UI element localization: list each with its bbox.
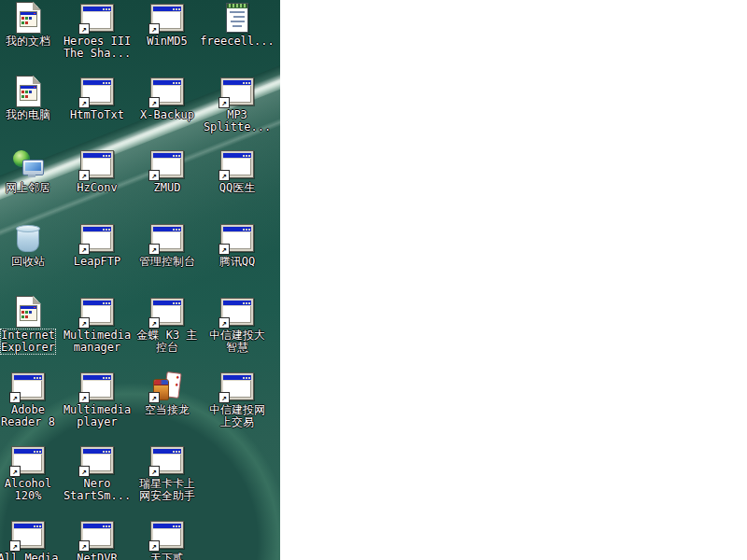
desktop-icon[interactable]: ♦♦↗空当接龙 <box>133 371 202 416</box>
desktop-icon-label: WinMD5 <box>147 35 187 48</box>
desktop-icon[interactable]: ↗X-Backup <box>133 76 202 121</box>
shortcut-arrow-icon: ↗ <box>78 170 90 181</box>
mini-window <box>20 85 37 101</box>
shortcut-arrow-icon: ↗ <box>9 540 21 552</box>
icon-art: ↗ <box>203 371 272 402</box>
empty-area <box>280 0 747 560</box>
desktop-icon-label: 回收站 <box>11 256 45 268</box>
desktop-icon-label: Nero StartSm... <box>63 478 131 502</box>
window-titlebar <box>83 449 111 454</box>
desktop-icon[interactable]: ↗Alcohol 120% <box>0 444 63 502</box>
shortcut-arrow-icon: ↗ <box>78 23 90 35</box>
mini-window-titlebar <box>21 86 36 89</box>
shortcut-arrow-icon: ↗ <box>148 466 160 477</box>
window-titlebar <box>153 227 181 231</box>
window-titlebar <box>83 80 111 85</box>
shortcut-arrow-icon: ↗ <box>148 540 160 552</box>
shortcut-arrow-icon: ↗ <box>78 392 90 403</box>
desktop-icon-label: Alcohol 120% <box>5 478 52 502</box>
icon-art: ↗ <box>133 222 202 254</box>
icon-art <box>0 2 63 34</box>
shortcut-arrow-icon: ↗ <box>148 170 160 181</box>
network-places-icon <box>12 150 44 178</box>
desktop-icon-label: ZMUD <box>154 182 181 194</box>
desktop-icon[interactable]: ↗Heroes III The Sha... <box>63 2 132 60</box>
mini-window <box>20 305 37 321</box>
icon-art: ↗ <box>0 371 63 402</box>
window-titlebar <box>83 227 111 231</box>
shortcut-arrow-icon: ↗ <box>9 466 21 477</box>
desktop-icon[interactable]: ↗Adobe Reader 8 <box>0 371 63 428</box>
window-titlebar <box>223 375 251 380</box>
icon-art: ↗ <box>203 76 272 107</box>
icon-art: ↗ <box>63 371 132 402</box>
desktop-icon-label: 空当接龙 <box>145 404 190 416</box>
desktop-icon[interactable]: 网上邻居 <box>0 148 63 194</box>
screen: 我的文档↗Heroes III The Sha...↗WinMD5freecel… <box>0 0 747 560</box>
desktop-icon[interactable]: ↗Multimedia manager <box>63 296 132 354</box>
icon-art: ↗ <box>0 444 63 476</box>
desktop-icon[interactable]: ↗腾讯QQ <box>203 222 272 268</box>
desktop-icon[interactable]: freecell... <box>203 2 272 48</box>
desktop-icon[interactable]: 回收站 <box>0 222 63 268</box>
desktop-icon[interactable]: 我的电脑 <box>0 76 63 121</box>
window-titlebar <box>14 375 42 380</box>
desktop-icon-label: 网上邻居 <box>6 182 50 194</box>
desktop-icon-label: All Media <box>0 553 59 560</box>
desktop-icon[interactable]: ↗HzConv <box>63 148 132 194</box>
window-titlebar <box>153 524 181 528</box>
icon-art: ↗ <box>0 519 63 551</box>
desktop-icon[interactable]: ↗管理控制台 <box>133 222 202 268</box>
desktop-icon[interactable]: ↗Nero StartSm... <box>63 444 132 502</box>
desktop-icon[interactable]: ↗QQ医生 <box>203 148 272 194</box>
window-titlebar <box>83 524 111 528</box>
recycle-bin-icon <box>16 224 40 253</box>
desktop-icon-label: Heroes III The Sha... <box>63 35 131 60</box>
desktop-icon[interactable]: ↗Multimedia player <box>63 371 132 428</box>
desktop-icon[interactable]: 我的文档 <box>0 2 63 48</box>
window-titlebar <box>223 153 251 158</box>
desktop-icon[interactable]: ↗MP3 Splitte... <box>203 76 272 133</box>
desktop-icon[interactable]: ↗中信建投大 智慧 <box>203 296 272 354</box>
mini-window-titlebar <box>21 306 36 309</box>
desktop-icon[interactable]: ↗All Media <box>0 519 63 560</box>
desktop-icon[interactable]: ↗天下贰 <box>133 519 202 560</box>
icon-art: ↗ <box>63 76 132 107</box>
desktop-icon[interactable]: ↗WinMD5 <box>133 2 202 48</box>
shortcut-arrow-icon: ↗ <box>148 244 160 255</box>
desktop-icon-label: 瑞星卡卡上 网安全助手 <box>139 478 195 502</box>
shortcut-arrow-icon: ↗ <box>78 317 90 329</box>
desktop-icon-label: X-Backup <box>140 109 194 121</box>
desktop-icon-label: 中信建投大 智慧 <box>209 329 265 354</box>
icon-art: ↗ <box>63 296 132 328</box>
icon-art: ↗ <box>133 2 202 34</box>
icon-art: ↗ <box>63 444 132 476</box>
desktop-icon[interactable]: Internet Explorer <box>0 296 63 354</box>
desktop-icon[interactable]: ↗金蝶 K3 主 控台 <box>133 296 202 354</box>
desktop-icon[interactable]: ↗ZMUD <box>133 148 202 194</box>
desktop-icon[interactable]: ↗中信建投网 上交易 <box>203 371 272 428</box>
recycle-bin-rim <box>16 225 40 232</box>
window-titlebar <box>14 449 42 454</box>
window-titlebar <box>153 449 181 454</box>
icon-art: ↗ <box>133 444 202 476</box>
shortcut-arrow-icon: ↗ <box>78 466 90 477</box>
icon-art <box>0 148 63 180</box>
mini-window-titlebar <box>21 12 36 15</box>
desktop-icon[interactable]: ↗LeapFTP <box>63 222 132 268</box>
monitor-icon <box>22 160 44 175</box>
icon-art <box>0 76 63 107</box>
desktop-icon[interactable]: ↗NetDVR <box>63 519 132 560</box>
shortcut-arrow-icon: ↗ <box>78 244 90 255</box>
window-titlebar <box>83 301 111 305</box>
desktop-icon[interactable]: ↗HtmToTxt <box>63 76 132 121</box>
icon-art: ↗ <box>63 2 132 34</box>
notepad-spiral <box>227 4 247 8</box>
shortcut-arrow-icon: ↗ <box>218 97 230 108</box>
shortcut-arrow-icon: ↗ <box>218 244 230 255</box>
shortcut-arrow-icon: ↗ <box>9 392 21 403</box>
desktop-icon-label: MP3 Splitte... <box>204 109 271 133</box>
desktop-icon-label: Adobe Reader 8 <box>1 404 55 428</box>
desktop-icon[interactable]: ↗瑞星卡卡上 网安全助手 <box>133 444 202 502</box>
desktop-background[interactable]: 我的文档↗Heroes III The Sha...↗WinMD5freecel… <box>0 0 280 560</box>
